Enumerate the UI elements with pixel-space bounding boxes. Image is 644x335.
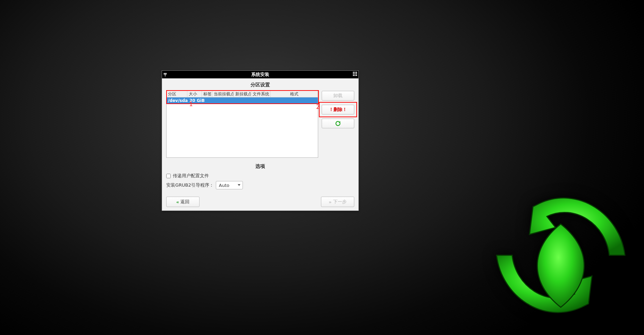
partition-section-title: 分区设置 [166, 80, 354, 90]
partition-table-body[interactable]: /dev/sda 20 GiB [167, 97, 318, 157]
window-title: 系统安装 [251, 71, 269, 78]
partition-table[interactable]: 分区 大小 标签 当前挂载点 新挂载点 文件系统 格式 /dev/sda 20 … [166, 90, 318, 158]
refresh-button[interactable] [322, 119, 354, 128]
svg-rect-6 [353, 75, 354, 76]
svg-rect-4 [355, 74, 356, 75]
svg-rect-2 [356, 72, 357, 73]
svg-rect-1 [355, 72, 356, 73]
svg-rect-0 [353, 72, 354, 73]
next-button-label: 下一步 [333, 199, 347, 205]
transfer-user-config-text: 传递用户配置文件 [173, 173, 209, 179]
svg-rect-8 [356, 75, 357, 76]
installer-window: 〒 系统安装 分区设置 分区 大小 标签 当前挂载点 新挂载 [162, 70, 359, 211]
unmount-button-label: 卸载 [333, 93, 342, 99]
window-menu-icon[interactable] [353, 72, 357, 76]
col-partition[interactable]: 分区 [167, 91, 187, 97]
back-button-label: 返回 [180, 199, 189, 205]
grub-select-value: Auto [219, 183, 229, 188]
grub-select[interactable]: Auto [216, 181, 243, 189]
options-section-title: 选项 [166, 162, 354, 172]
window-pin-icon[interactable]: 〒 [163, 72, 168, 78]
col-new-mount[interactable]: 新挂载点 [234, 91, 251, 97]
transfer-user-config-checkbox[interactable] [166, 174, 171, 178]
delete-button[interactable]: ！删除！ [322, 105, 354, 114]
next-button[interactable]: » 下一步 [321, 197, 354, 207]
grub-label: 安装GRUB2引导程序： [166, 182, 214, 188]
titlebar[interactable]: 〒 系统安装 [162, 71, 358, 78]
delete-button-label: ！删除！ [329, 106, 347, 113]
partition-table-header: 分区 大小 标签 当前挂载点 新挂载点 文件系统 格式 [167, 91, 318, 97]
col-current-mount[interactable]: 当前挂载点 [212, 91, 234, 97]
row-size: 20 GiB [189, 98, 205, 103]
back-button[interactable]: « 返回 [166, 197, 200, 207]
chevron-right-icon: » [329, 199, 331, 205]
svg-rect-7 [355, 75, 356, 76]
col-size[interactable]: 大小 [187, 91, 202, 97]
col-format[interactable]: 格式 [271, 91, 318, 97]
chevron-left-icon: « [176, 199, 179, 205]
chevron-down-icon [238, 184, 240, 186]
unmount-button[interactable]: 卸载 [322, 91, 354, 101]
col-filesystem[interactable]: 文件系统 [251, 91, 271, 97]
svg-rect-3 [353, 74, 354, 75]
desktop-logo [488, 182, 634, 328]
table-row[interactable]: /dev/sda 20 GiB [167, 97, 318, 104]
side-buttons: 卸载 ！删除！ [322, 90, 354, 128]
svg-rect-5 [356, 74, 357, 75]
row-device: /dev/sda [168, 98, 187, 103]
refresh-icon [335, 120, 341, 127]
col-label[interactable]: 标签 [202, 91, 212, 97]
transfer-user-config-label[interactable]: 传递用户配置文件 [166, 173, 209, 179]
